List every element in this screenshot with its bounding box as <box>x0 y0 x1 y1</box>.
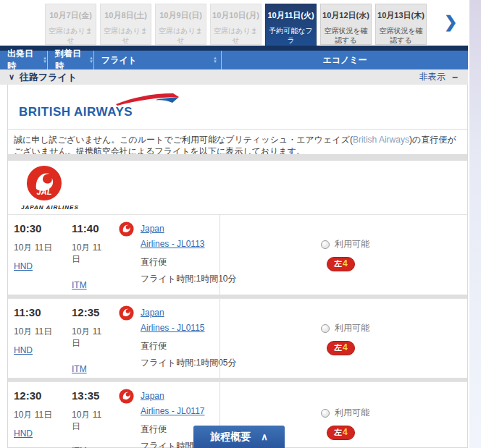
departure-airport-link[interactable]: HND <box>14 428 33 439</box>
seats-left-badge: 左4 <box>327 426 355 440</box>
tab-date-oct7: 10月7日(金) 空席はありませ ん <box>45 4 96 45</box>
departure-time: 10:30 <box>14 222 41 234</box>
ba-speedmarque-icon <box>115 90 182 112</box>
sort-icon[interactable]: ▲▼ <box>89 56 93 64</box>
tab-date-oct9: 10月9日(日) 空席はありませ ん <box>155 4 206 45</box>
column-economy: エコノミー <box>222 51 468 69</box>
availability-label: 利用可能 <box>335 238 369 250</box>
arrival-airport-link[interactable]: ITM <box>72 280 87 290</box>
jal-roundel-icon <box>119 389 134 407</box>
svg-text:JAL: JAL <box>37 187 52 196</box>
tab-date-label: 10月10日(月) <box>211 10 261 21</box>
flight-duration: フライト時間:1時間05分 <box>141 357 236 369</box>
jal-carrier-block: JAL JAPAN AIRLINES <box>8 160 467 214</box>
departure-time: 11:30 <box>14 306 41 318</box>
departure-airport-link[interactable]: HND <box>14 345 33 355</box>
tab-date-label: 10月9日(日) <box>156 10 206 21</box>
arrival-airport-link[interactable]: ITM <box>72 364 87 374</box>
sort-icon[interactable]: ▲▼ <box>213 56 217 64</box>
departure-date: 10月 11日 <box>14 326 52 337</box>
brand-name-text: British Airways <box>353 135 409 145</box>
flight-number-link[interactable]: Japan Airlines - JL0113 <box>141 221 229 252</box>
sort-icon[interactable]: ▲▼ <box>43 56 47 64</box>
outbound-section-bar: ∨ 往路フライト 非表示 − <box>0 69 468 85</box>
arrival-time: 12:35 <box>72 306 99 318</box>
tab-date-label: 10月13日(木) <box>376 10 426 21</box>
tab-date-oct11-selected[interactable]: 10月11日(火) 予約可能なフラ イト <box>265 4 317 49</box>
tab-date-label: 10月8日(土) <box>101 10 151 21</box>
departure-date: 10月 11日 <box>14 242 52 253</box>
availability-label: 利用可能 <box>335 407 369 419</box>
arrival-date: 10月 11 日 <box>72 326 114 349</box>
itinerary-summary-button[interactable]: 旅程概要 ∧ <box>193 426 285 448</box>
tab-date-oct13[interactable]: 10月13日(木) 空席状況を確 認する <box>375 4 427 45</box>
chevron-down-icon: ∨ <box>9 72 14 82</box>
radio-icon[interactable] <box>321 324 330 333</box>
outbound-section-title: 往路フライト <box>20 71 77 84</box>
separator <box>8 154 467 160</box>
no-direct-flight-message: 誠に申し訳ございません。このルートでご利用可能なブリティッシュ・エアウェイズ(B… <box>8 129 467 157</box>
collapse-minus-icon[interactable]: − <box>452 72 458 83</box>
tab-date-oct12[interactable]: 10月12日(水) 空席状況を確 認する <box>320 4 372 45</box>
flight-results-panel: BRITISH AIRWAYS 誠に申し訳ございません。このルートでご利用可能な… <box>7 85 468 448</box>
tab-date-label: 10月12日(水) <box>321 10 371 21</box>
seats-left-badge: 左4 <box>327 257 355 271</box>
date-tab-bar: 10月7日(金) 空席はありませ ん 10月8日(土) 空席はありませ ん 10… <box>45 4 427 49</box>
availability-label: 利用可能 <box>335 322 369 334</box>
availability-radio[interactable]: 利用可能 <box>321 407 369 419</box>
flight-type: 直行便 <box>141 423 167 436</box>
radio-icon[interactable] <box>321 409 330 418</box>
tab-date-label: 10月11日(火) <box>266 10 316 21</box>
column-divider <box>219 215 220 295</box>
seats-left-badge: 左4 <box>327 341 355 355</box>
flight-type: 直行便 <box>141 340 167 352</box>
hide-section-link[interactable]: 非表示 <box>419 71 446 83</box>
tab-date-oct10: 10月10日(月) 空席はありませ ん <box>210 4 262 45</box>
chevron-up-icon: ∧ <box>261 431 268 442</box>
tab-date-oct8: 10月8日(土) 空席はありませ ん <box>100 4 151 45</box>
flight-row: 10:30 11:40 10月 11日 10月 11 日 HND ITM Jap… <box>8 214 467 295</box>
arrival-date: 10月 11 日 <box>72 409 114 432</box>
jal-roundel-icon: JAL <box>26 165 62 204</box>
tab-status-label: 空席状況を確 認する <box>321 26 371 45</box>
column-arrival[interactable]: 到着日時 ▲▼ <box>48 51 94 69</box>
jal-roundel-icon <box>119 221 134 240</box>
radio-icon[interactable] <box>321 240 330 249</box>
tab-date-label: 10月7日(金) <box>46 10 96 21</box>
column-departure[interactable]: 出発日時 ▲▼ <box>0 51 48 69</box>
flight-number-link[interactable]: Japan Airlines - JL0117 <box>141 389 229 419</box>
flight-number-link[interactable]: Japan Airlines - JL0115 <box>141 305 229 336</box>
column-flight[interactable]: フライト ▲▼ <box>94 51 222 69</box>
arrival-time: 11:40 <box>72 222 99 234</box>
jal-roundel-icon <box>119 305 134 324</box>
next-dates-chevron-icon[interactable]: ❯ <box>444 13 457 32</box>
flight-duration: フライト時間:1時間10分 <box>141 273 236 285</box>
departure-time: 12:30 <box>14 389 41 402</box>
flight-type: 直行便 <box>141 256 167 269</box>
availability-radio[interactable]: 利用可能 <box>321 238 369 250</box>
departure-airport-link[interactable]: HND <box>14 261 33 271</box>
page-background-strip <box>469 0 481 448</box>
departure-date: 10月 11日 <box>14 409 52 420</box>
arrival-date: 10月 11 日 <box>72 242 114 265</box>
column-divider <box>219 299 220 379</box>
availability-radio[interactable]: 利用可能 <box>321 322 369 334</box>
arrival-time: 13:35 <box>72 389 99 402</box>
jal-airline-name: JAPAN AIRLINES <box>21 204 79 211</box>
flight-row: 11:30 12:35 10月 11日 10月 11 日 HND ITM Jap… <box>8 298 467 379</box>
tab-status-label: 空席状況を確 認する <box>376 26 426 45</box>
results-column-header: 出発日時 ▲▼ 到着日時 ▲▼ フライト ▲▼ エコノミー <box>0 51 468 69</box>
